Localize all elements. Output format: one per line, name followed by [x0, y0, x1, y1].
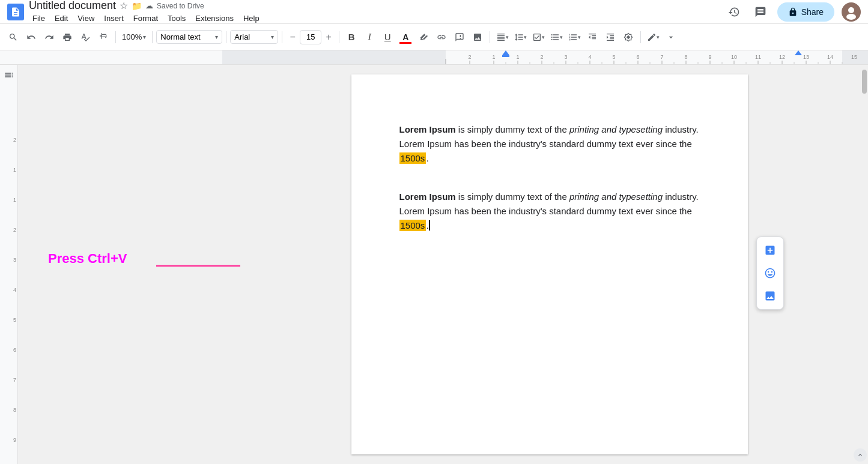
share-button[interactable]: Share [777, 2, 834, 22]
expand-toolbar-button[interactable] [663, 29, 679, 46]
separator-5 [339, 31, 339, 43]
folder-icon[interactable]: 📁 [132, 1, 142, 11]
main-area: 2 1 1 2 3 4 5 6 7 8 9 10 11 12 13 Press … [0, 65, 868, 464]
separator-4 [282, 31, 282, 43]
svg-text:1: 1 [492, 54, 495, 60]
decrease-indent-button[interactable] [584, 29, 601, 46]
paragraph-1: Lorem Ipsum is simply dummy text of the … [399, 122, 700, 166]
svg-text:14: 14 [827, 54, 833, 60]
svg-text:4: 4 [588, 54, 591, 60]
font-name: Arial [234, 32, 250, 41]
separator-6 [490, 31, 490, 43]
insert-image-button[interactable] [469, 29, 486, 46]
menu-view[interactable]: View [74, 13, 98, 24]
menu-tools[interactable]: Tools [164, 13, 189, 24]
annotation: Press Ctrl+V [48, 251, 127, 267]
menu-help[interactable]: Help [240, 13, 263, 24]
unordered-list-button[interactable]: ▾ [548, 29, 565, 46]
separator-3 [226, 31, 226, 43]
redo-button[interactable] [41, 29, 58, 46]
title-bar-right: Share [724, 2, 861, 22]
menu-format[interactable]: Format [130, 13, 162, 24]
svg-text:13: 13 [803, 54, 809, 60]
undo-button[interactable] [23, 29, 40, 46]
italic-button[interactable]: I [361, 29, 378, 46]
para1-highlight: 1500s [399, 152, 426, 164]
title-row: Untitled document ☆ 📁 ☁ Saved to Drive [29, 0, 720, 12]
svg-text:15: 15 [851, 54, 857, 60]
clear-formatting-button[interactable] [620, 29, 637, 46]
ordered-list-button[interactable]: ▾ [566, 29, 583, 46]
document-area[interactable]: Lorem Ipsum is simply dummy text of the … [240, 65, 858, 464]
menu-extensions[interactable]: Extensions [192, 13, 237, 24]
para2-highlight: 1500s [399, 220, 426, 231]
google-docs-icon [7, 4, 24, 20]
insert-comment-button[interactable] [451, 29, 468, 46]
link-button[interactable] [433, 29, 450, 46]
highlight-button[interactable] [415, 29, 432, 46]
svg-rect-55 [502, 55, 509, 57]
svg-text:7: 7 [660, 54, 663, 60]
menu-edit[interactable]: Edit [51, 13, 71, 24]
menu-bar: File Edit View Insert Format Tools Exten… [29, 13, 720, 24]
insert-item-button[interactable] [759, 240, 781, 261]
version-history-button[interactable] [724, 2, 744, 22]
font-size-input[interactable]: 15 [300, 30, 321, 44]
zoom-selector[interactable]: 100% ▾ [120, 31, 148, 43]
svg-text:12: 12 [779, 54, 785, 60]
svg-text:9: 9 [708, 54, 711, 60]
document-page[interactable]: Lorem Ipsum is simply dummy text of the … [351, 74, 748, 454]
share-label: Share [801, 7, 824, 17]
font-selector[interactable]: Arial ▾ [230, 30, 278, 44]
increase-indent-button[interactable] [602, 29, 619, 46]
spellcheck-button[interactable] [77, 29, 94, 46]
paint-format-button[interactable] [95, 29, 112, 46]
comments-button[interactable] [751, 2, 770, 22]
saved-status: Saved to Drive [157, 2, 204, 10]
paragraph-style-selector[interactable]: Normal text ▾ [156, 30, 222, 44]
pen-tool-button[interactable]: ▾ [645, 29, 661, 46]
zoom-dropdown-icon: ▾ [143, 34, 146, 40]
align-button[interactable]: ▾ [494, 29, 511, 46]
line-spacing-button[interactable]: ▾ [512, 29, 529, 46]
print-button[interactable] [59, 29, 76, 46]
menu-file[interactable]: File [29, 13, 49, 24]
text-color-button[interactable]: A [397, 29, 414, 46]
scroll-to-top-button[interactable] [854, 448, 867, 462]
checklist-button[interactable]: ▾ [530, 29, 547, 46]
separator-2 [152, 31, 153, 43]
toolbar: 100% ▾ Normal text ▾ Arial ▾ − 15 + B I … [0, 24, 868, 50]
ruler-svg: 2 1 1 2 3 4 5 6 7 8 [222, 50, 868, 65]
decrease-font-size-button[interactable]: − [286, 29, 299, 46]
cloud-icon: ☁ [145, 1, 153, 10]
style-dropdown-icon: ▾ [215, 34, 218, 40]
left-margin: Press Ctrl+V [18, 65, 240, 464]
insert-emoji-button[interactable] [759, 262, 781, 284]
svg-text:2: 2 [468, 54, 471, 60]
para2-bold: Lorem Ipsum [399, 191, 456, 202]
svg-point-0 [848, 7, 854, 13]
para2-text1: is simply dummy text of the [456, 191, 569, 202]
annotation-text: Press Ctrl+V [48, 251, 127, 267]
search-button[interactable] [5, 29, 22, 46]
increase-font-size-button[interactable]: + [322, 29, 335, 46]
para1-italic: printing and typesetting [569, 124, 663, 134]
user-avatar[interactable] [842, 2, 861, 22]
svg-text:10: 10 [731, 54, 737, 60]
svg-text:11: 11 [755, 54, 761, 60]
document-title[interactable]: Untitled document [29, 0, 116, 12]
underline-button[interactable]: U [379, 29, 396, 46]
para1-text1: is simply dummy text of the [456, 124, 569, 134]
insert-image-doc-button[interactable] [759, 285, 781, 307]
svg-text:8: 8 [684, 54, 687, 60]
separator-1 [115, 31, 116, 43]
menu-insert[interactable]: Insert [100, 13, 127, 24]
para1-bold: Lorem Ipsum [399, 124, 456, 134]
svg-text:1: 1 [516, 54, 519, 60]
right-scrollbar[interactable] [858, 65, 868, 464]
title-bar: Untitled document ☆ 📁 ☁ Saved to Drive F… [0, 0, 868, 24]
star-icon[interactable]: ☆ [120, 0, 128, 11]
scroll-thumb[interactable] [862, 70, 867, 94]
svg-text:6: 6 [636, 54, 639, 60]
bold-button[interactable]: B [343, 29, 360, 46]
